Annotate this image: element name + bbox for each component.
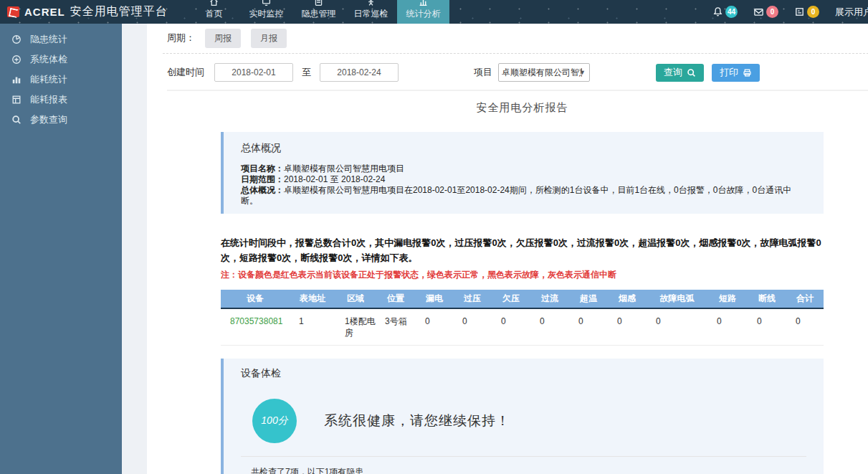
alarm-statistics-table: 设备 表地址 区域 位置 漏电 过压 欠压 过流 超温 烟感 故障电弧 短路 断…: [221, 290, 824, 346]
task-group[interactable]: 0: [794, 6, 819, 18]
print-button[interactable]: 打印: [712, 64, 760, 82]
brand: ACREL 安全用电管理平台: [0, 0, 179, 24]
navbar-right: 44 0 0 展示用户: [712, 0, 868, 24]
mail-count-badge: 0: [766, 6, 778, 18]
dashed-divider: [163, 53, 868, 54]
health-score-row: 100分 系统很健康，请您继续保持！: [241, 389, 806, 456]
weekly-report-button[interactable]: 周报: [205, 29, 241, 48]
acrel-logo-icon: [7, 6, 19, 17]
device-link[interactable]: 87035738081: [230, 316, 282, 326]
table-header-row: 设备 表地址 区域 位置 漏电 过压 欠压 过流 超温 烟感 故障电弧 短路 断…: [221, 290, 824, 308]
mail-group[interactable]: 0: [753, 6, 778, 18]
date-range-line: 日期范围：2018-02-01 至 2018-02-24: [241, 174, 806, 185]
check-summary: 共检查了7项，以下1项有隐患: [241, 457, 806, 474]
task-count-badge: 0: [807, 6, 819, 18]
report-title: 安全用电分析报告: [221, 101, 824, 115]
device-color-note: 注：设备颜色是红色表示当前该设备正处于报警状态，绿色表示正常，黑色表示故障，灰色…: [221, 269, 824, 281]
alarm-count-badge: 44: [725, 6, 738, 18]
page-title: 安全用电管理平台: [70, 4, 168, 19]
project-label: 项目: [474, 66, 492, 79]
overview-section: 总体概况 项目名称：卓顺塑模有限公司智慧用电项目 日期范围：2018-02-01…: [221, 132, 824, 214]
left-sidebar: 隐患统计 系统体检 能耗统计 能耗报表 参数查询: [0, 24, 122, 474]
project-name-line: 项目名称：卓顺塑模有限公司智慧用电项目: [241, 163, 806, 174]
plus-circle-icon: [11, 54, 22, 65]
nav-item-statistics-analysis[interactable]: 统计分析: [397, 0, 449, 24]
device-checkup-section: 设备体检 100分 系统很健康，请您继续保持！ 共检查了7项，以下1项有隐患: [221, 359, 824, 474]
search-icon: [687, 68, 696, 77]
sidebar-item-hazard-statistics[interactable]: 隐患统计: [0, 29, 122, 49]
sidebar-item-system-checkup[interactable]: 系统体检: [0, 49, 122, 70]
query-row: 创建时间 至 项目 卓顺塑模有限公司智慧用电项 ▼ 查询 打印: [167, 63, 868, 82]
date-range-join-label: 至: [302, 66, 311, 79]
alarm-summary-paragraph: 在统计时间段中，报警总数合计0次，其中漏电报警0次，过压报警0次，欠压报警0次，…: [221, 235, 824, 265]
nav-item-daily-patrol[interactable]: 日常巡检: [345, 0, 397, 24]
project-select[interactable]: 卓顺塑模有限公司智慧用电项 ▼: [498, 63, 590, 82]
main-content: 周期： 周报 月报 创建时间 至 项目 卓顺塑模有限公司智慧用电项 ▼ 查询 打…: [147, 24, 868, 474]
date-to-input[interactable]: [320, 63, 399, 82]
report-table-icon: [11, 95, 22, 105]
home-icon: [209, 0, 219, 6]
health-score-badge: 100分: [252, 399, 297, 443]
stats-chart-icon: [419, 0, 428, 6]
search-icon: [11, 115, 22, 125]
chevron-down-icon: ▼: [579, 69, 586, 76]
nav-item-hazard-management[interactable]: 隐患管理: [292, 0, 345, 24]
sidebar-item-energy-report[interactable]: 能耗报表: [0, 90, 122, 110]
period-row: 周期： 周报 月报: [167, 29, 868, 47]
nav-item-realtime-monitor[interactable]: 实时监控: [240, 0, 292, 24]
patrol-person-icon: [366, 0, 376, 6]
nav-item-home[interactable]: 首页: [188, 0, 240, 24]
brand-name: ACREL: [24, 6, 65, 18]
bar-chart-icon: [11, 75, 22, 85]
project-select-value: 卓顺塑模有限公司智慧用电项: [502, 67, 582, 79]
analysis-report: 安全用电分析报告 总体概况 项目名称：卓顺塑模有限公司智慧用电项目 日期范围：2…: [221, 101, 824, 474]
sidebar-item-energy-statistics[interactable]: 能耗统计: [0, 70, 122, 90]
clipboard-icon: [314, 0, 323, 6]
period-label: 周期：: [167, 32, 195, 44]
created-time-label: 创建时间: [167, 66, 204, 79]
date-from-input[interactable]: [214, 63, 293, 82]
monitor-icon: [262, 0, 271, 6]
bell-icon: [712, 6, 723, 17]
alarm-bell-group[interactable]: 44: [712, 6, 738, 18]
sidebar-gutter: [122, 24, 147, 474]
printer-icon: [743, 68, 752, 77]
pie-chart-icon: [11, 34, 22, 44]
health-message: 系统很健康，请您继续保持！: [324, 412, 510, 430]
nav-menu: 首页 实时监控 隐患管理 日常巡检 统计分析: [188, 0, 449, 24]
task-form-icon: [794, 6, 805, 17]
monthly-report-button[interactable]: 月报: [251, 29, 287, 48]
overview-heading: 总体概况: [241, 142, 806, 155]
current-user[interactable]: 展示用户: [835, 6, 868, 19]
device-checkup-heading: 设备体检: [241, 367, 806, 380]
envelope-icon: [753, 6, 764, 17]
sidebar-item-parameter-query[interactable]: 参数查询: [0, 110, 122, 130]
overall-summary-line: 总体概况：卓顺塑模有限公司智慧用电项目在2018-02-01至2018-02-2…: [241, 185, 806, 207]
query-button[interactable]: 查询: [656, 64, 704, 82]
filter-block: 周期： 周报 月报 创建时间 至 项目 卓顺塑模有限公司智慧用电项 ▼ 查询 打…: [147, 24, 868, 91]
filter-bottom-divider: [167, 90, 868, 91]
table-row: 87035738081 1 1楼配电房 3号箱 0 0 0 0 0 0 0 0 …: [221, 308, 824, 346]
top-navbar: ACREL 安全用电管理平台 首页 实时监控 隐患管理 日常巡检 统计分析 44: [0, 0, 868, 24]
